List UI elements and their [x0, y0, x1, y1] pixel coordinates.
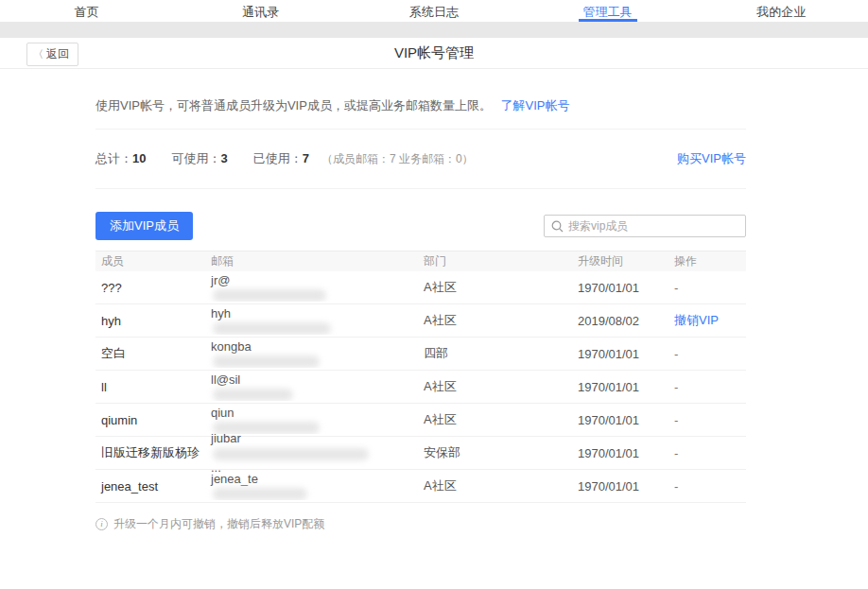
stat-used-value: 7	[303, 151, 309, 165]
action-placeholder: -	[674, 479, 746, 494]
action-cell: 撤销VIP	[668, 312, 746, 329]
header-email: 邮箱	[205, 253, 418, 269]
learn-vip-link[interactable]: 了解VIP帐号	[501, 98, 570, 113]
member-cell: qiumin	[95, 413, 205, 427]
main-content: 使用VIP帐号，可将普通成员升级为VIP成员，或提高业务邮箱数量上限。 了解VI…	[95, 69, 746, 532]
title-bar: 〈 返回 VIP帐号管理	[0, 38, 868, 69]
action-placeholder: -	[674, 446, 746, 460]
header-upgrade-time: 升级时间	[572, 253, 668, 269]
vip-member-table: 成员 邮箱 部门 升级时间 操作 ???jr@A社区1970/01/01-hyh…	[95, 251, 746, 503]
email-prefix: kongba	[211, 339, 418, 354]
nav-item-management-tools[interactable]: 管理工具	[521, 0, 695, 22]
email-cell: jiubar...	[205, 431, 418, 474]
add-vip-member-button[interactable]: 添加VIP成员	[95, 212, 193, 240]
action-cell: -	[668, 380, 746, 394]
nav-item-system-log[interactable]: 系统日志	[347, 0, 521, 22]
member-cell: 旧版迁移新版杨珍	[95, 444, 205, 461]
email-redaction-blur	[213, 488, 307, 500]
stat-available-value: 3	[220, 151, 227, 165]
email-prefix: jenea_te	[211, 472, 418, 486]
email-prefix: qiun	[211, 406, 418, 420]
table-row: llll@silA社区1970/01/01-	[95, 371, 746, 404]
member-name: ???	[101, 281, 205, 295]
back-button[interactable]: 〈 返回	[26, 43, 78, 66]
email-redaction-blur	[213, 389, 293, 401]
member-name: qiumin	[101, 413, 205, 427]
table-toolbar: 添加VIP成员	[95, 212, 746, 240]
member-name: jenea_test	[101, 479, 205, 494]
email-prefix: ll@sil	[211, 372, 418, 387]
email-cell: jenea_te	[205, 472, 418, 500]
table-body: ???jr@A社区1970/01/01-hyhhyhA社区2019/08/02撤…	[95, 271, 746, 503]
email-redaction-blur	[213, 422, 320, 434]
email-prefix: hyh	[211, 306, 418, 320]
intro-description: 使用VIP帐号，可将普通成员升级为VIP成员，或提高业务邮箱数量上限。 了解VI…	[95, 69, 746, 114]
top-navigation: 首页 通讯录 系统日志 管理工具 我的企业	[0, 0, 868, 22]
email-cell: hyh	[205, 306, 418, 335]
member-cell: 空白	[95, 345, 205, 362]
back-button-label: 返回	[46, 46, 69, 62]
footnote: i 升级一个月内可撤销，撤销后释放VIP配额	[95, 516, 746, 532]
active-tab-underline	[579, 19, 637, 22]
email-redaction-blur	[213, 448, 369, 460]
quota-stats: 总计：10 可使用：3 已使用：7 （成员邮箱：7 业务邮箱：0） 购买VIP帐…	[95, 130, 746, 188]
stat-available-label: 可使用：	[171, 151, 220, 165]
member-name: ll	[101, 380, 205, 394]
action-cell: -	[668, 281, 746, 295]
department-cell: A社区	[418, 378, 572, 395]
table-header-row: 成员 邮箱 部门 升级时间 操作	[95, 251, 746, 271]
email-cell: kongba	[205, 339, 418, 368]
search-box[interactable]	[544, 215, 746, 237]
department-cell: A社区	[418, 411, 572, 428]
info-icon: i	[95, 518, 108, 530]
action-placeholder: -	[674, 380, 746, 394]
revoke-vip-link[interactable]: 撤销VIP	[674, 312, 746, 329]
email-cell: jr@	[205, 273, 418, 302]
search-icon	[551, 220, 564, 233]
upgrade-time-cell: 2019/08/02	[572, 314, 668, 328]
action-cell: -	[668, 347, 746, 361]
header-member: 成员	[95, 253, 205, 269]
stat-total-label: 总计：	[95, 151, 132, 165]
stat-detail: （成员邮箱：7 业务邮箱：0）	[321, 151, 474, 167]
member-cell: ???	[95, 281, 205, 295]
action-placeholder: -	[674, 347, 746, 361]
email-cell: ll@sil	[205, 372, 418, 401]
upgrade-time-cell: 1970/01/01	[572, 347, 668, 361]
header-department: 部门	[418, 253, 572, 269]
nav-item-home[interactable]: 首页	[0, 0, 174, 22]
nav-item-my-enterprise[interactable]: 我的企业	[694, 0, 868, 22]
department-cell: A社区	[418, 279, 572, 296]
upgrade-time-cell: 1970/01/01	[572, 281, 668, 295]
section-divider	[95, 188, 746, 189]
footnote-text: 升级一个月内可撤销，撤销后释放VIP配额	[113, 516, 324, 532]
member-cell: ll	[95, 380, 205, 394]
upgrade-time-cell: 1970/01/01	[572, 446, 668, 460]
table-row: ???jr@A社区1970/01/01-	[95, 271, 746, 304]
email-cell: qiun	[205, 406, 418, 434]
table-row: jenea_testjenea_teA社区1970/01/01-	[95, 470, 746, 503]
buy-vip-link[interactable]: 购买VIP帐号	[677, 150, 746, 167]
nav-item-contacts[interactable]: 通讯录	[174, 0, 348, 22]
table-row: qiuminqiunA社区1970/01/01-	[95, 404, 746, 437]
stat-total-value: 10	[132, 151, 146, 165]
stat-available: 可使用：3	[171, 150, 227, 167]
header-action: 操作	[668, 253, 746, 269]
upgrade-time-cell: 1970/01/01	[572, 380, 668, 394]
action-placeholder: -	[674, 413, 746, 427]
member-name: 旧版迁移新版杨珍	[101, 444, 205, 461]
search-input[interactable]	[568, 219, 738, 233]
member-name: hyh	[101, 314, 205, 328]
intro-text: 使用VIP帐号，可将普通成员升级为VIP成员，或提高业务邮箱数量上限。	[95, 98, 492, 113]
department-cell: 四部	[418, 345, 572, 362]
upgrade-time-cell: 1970/01/01	[572, 413, 668, 427]
action-cell: -	[668, 446, 746, 460]
header-gray-band	[0, 22, 868, 38]
table-row: hyhhyhA社区2019/08/02撤销VIP	[95, 304, 746, 338]
member-cell: hyh	[95, 314, 205, 328]
email-redaction-blur	[213, 289, 326, 302]
member-name: 空白	[101, 345, 205, 362]
email-redaction-blur	[213, 322, 331, 335]
nav-item-label: 管理工具	[583, 5, 633, 19]
table-row: 空白kongba四部1970/01/01-	[95, 338, 746, 371]
